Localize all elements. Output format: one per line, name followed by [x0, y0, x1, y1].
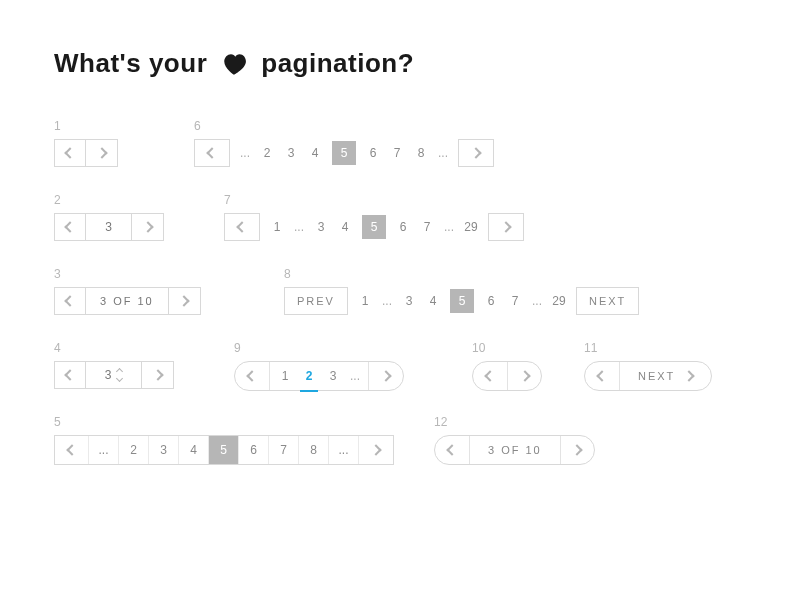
page-link[interactable]: 7 [269, 436, 299, 464]
next-button[interactable] [169, 287, 201, 315]
prev-button[interactable] [473, 362, 507, 390]
stepper-icon [117, 369, 122, 381]
page-current[interactable]: 5 [332, 141, 356, 165]
page-current[interactable]: 2 [302, 369, 316, 383]
pager-8: PREV 1 ... 3 4 5 6 7 ... 29 NEXT [284, 287, 639, 315]
example-label: 12 [434, 415, 595, 429]
page-link[interactable]: 6 [239, 436, 269, 464]
page-link[interactable]: 4 [308, 146, 322, 160]
page-select-value: 3 [105, 368, 112, 382]
example-label: 3 [54, 267, 201, 281]
example-label: 9 [234, 341, 404, 355]
pager-10 [472, 361, 542, 391]
page-current: 3 [86, 213, 132, 241]
example-label: 6 [194, 119, 494, 133]
page-link[interactable]: 8 [414, 146, 428, 160]
ellipsis: ... [240, 146, 250, 160]
page-status: 3 OF 10 [86, 287, 169, 315]
page-link[interactable]: 1 [278, 369, 292, 383]
pager-1 [54, 139, 118, 167]
next-button[interactable] [507, 362, 541, 390]
page-link[interactable]: 6 [396, 220, 410, 234]
next-button[interactable] [458, 139, 494, 167]
heart-icon [221, 52, 247, 76]
page-link[interactable]: 3 [284, 146, 298, 160]
page-link[interactable]: 3 [149, 436, 179, 464]
prev-button[interactable] [54, 361, 86, 389]
page-link[interactable]: 4 [179, 436, 209, 464]
pager-7: 1 ... 3 4 5 6 7 ... 29 [224, 213, 524, 241]
page-link[interactable]: 3 [402, 294, 416, 308]
page-current[interactable]: 5 [362, 215, 386, 239]
ellipsis: ... [532, 294, 542, 308]
ellipsis: ... [350, 369, 360, 383]
next-button[interactable] [560, 436, 594, 464]
next-button[interactable] [86, 139, 118, 167]
title-b: pagination? [261, 48, 414, 79]
prev-button[interactable] [194, 139, 230, 167]
example-label: 8 [284, 267, 639, 281]
next-button[interactable] [488, 213, 524, 241]
ellipsis: ... [382, 294, 392, 308]
page-link[interactable]: 4 [426, 294, 440, 308]
page-link[interactable]: 2 [260, 146, 274, 160]
pager-3: 3 OF 10 [54, 287, 201, 315]
next-button[interactable] [359, 436, 393, 464]
next-button[interactable] [369, 362, 403, 390]
next-button[interactable]: NEXT [619, 362, 711, 390]
page-link[interactable]: 3 [326, 369, 340, 383]
page-select[interactable]: 3 [86, 361, 142, 389]
page-link[interactable]: 8 [299, 436, 329, 464]
page-link[interactable]: 1 [270, 220, 284, 234]
prev-button[interactable] [235, 362, 269, 390]
pager-2: 3 [54, 213, 164, 241]
pager-6: ... 2 3 4 5 6 7 8 ... [194, 139, 494, 167]
prev-button[interactable] [54, 213, 86, 241]
next-button[interactable] [142, 361, 174, 389]
page-link[interactable]: 29 [464, 220, 478, 234]
pager-11: NEXT [584, 361, 712, 391]
ellipsis: ... [444, 220, 454, 234]
pager-5: ... 2 3 4 5 6 7 8 ... [54, 435, 394, 465]
prev-button[interactable] [435, 436, 469, 464]
ellipsis: ... [89, 436, 119, 464]
pager-12: 3 OF 10 [434, 435, 595, 465]
next-button[interactable]: NEXT [576, 287, 639, 315]
page-link[interactable]: 29 [552, 294, 566, 308]
page-link[interactable]: 7 [390, 146, 404, 160]
example-label: 5 [54, 415, 394, 429]
page-link[interactable]: 4 [338, 220, 352, 234]
next-label: NEXT [638, 370, 675, 382]
page-title: What's your pagination? [54, 48, 746, 79]
prev-button[interactable] [585, 362, 619, 390]
ellipsis: ... [438, 146, 448, 160]
page-link[interactable]: 1 [358, 294, 372, 308]
example-label: 7 [224, 193, 524, 207]
example-label: 10 [472, 341, 542, 355]
prev-button[interactable]: PREV [284, 287, 348, 315]
page-status: 3 OF 10 [469, 436, 560, 464]
example-label: 11 [584, 341, 712, 355]
next-button[interactable] [132, 213, 164, 241]
page-link[interactable]: 2 [119, 436, 149, 464]
example-label: 1 [54, 119, 118, 133]
page-link[interactable]: 6 [484, 294, 498, 308]
pager-9: 1 2 3 ... [234, 361, 404, 391]
title-a: What's your [54, 48, 207, 79]
page-link[interactable]: 7 [420, 220, 434, 234]
prev-button[interactable] [54, 287, 86, 315]
page-link[interactable]: 6 [366, 146, 380, 160]
ellipsis: ... [329, 436, 359, 464]
page-link[interactable]: 3 [314, 220, 328, 234]
page-current[interactable]: 5 [450, 289, 474, 313]
prev-button[interactable] [224, 213, 260, 241]
example-label: 4 [54, 341, 174, 355]
ellipsis: ... [294, 220, 304, 234]
page-link[interactable]: 7 [508, 294, 522, 308]
page-current[interactable]: 5 [209, 436, 239, 464]
prev-button[interactable] [55, 436, 89, 464]
pager-4: 3 [54, 361, 174, 389]
example-label: 2 [54, 193, 164, 207]
prev-button[interactable] [54, 139, 86, 167]
